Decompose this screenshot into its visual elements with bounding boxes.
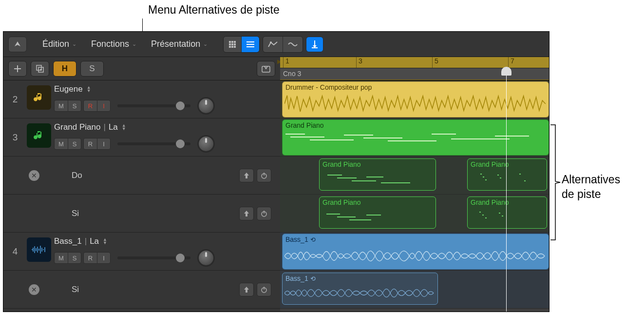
region-drummer[interactable]: Drummer - Compositeur pop (282, 81, 549, 118)
toolbar: Édition ⌄ Fonctions ⌄ Présentation ⌄ (3, 32, 549, 57)
edit-menu[interactable]: Édition ⌄ (37, 37, 82, 52)
input-monitor-button[interactable]: I (97, 100, 111, 112)
loop-icon: ⟲ (310, 236, 316, 243)
edit-menu-label: Édition (42, 39, 69, 49)
record-enable-button[interactable]: R (83, 252, 97, 264)
track-separator: | (103, 122, 105, 132)
snap-icon (311, 40, 318, 49)
svg-rect-3 (229, 43, 231, 45)
region-piano-alt[interactable]: Grand Piano (319, 158, 436, 191)
playhead-handle[interactable] (501, 67, 511, 76)
add-track-button[interactable] (8, 61, 27, 77)
chevron-down-icon: ⌄ (72, 41, 76, 47)
record-enable-button[interactable]: R (83, 138, 97, 150)
track-icon-instrument[interactable] (27, 123, 51, 148)
svg-rect-6 (229, 46, 231, 48)
track-alternatives-menu-icon[interactable]: ▲▼ (122, 124, 126, 131)
solo-button[interactable]: S (68, 138, 81, 150)
grid-icon (228, 40, 236, 48)
automation-button[interactable] (263, 37, 283, 52)
region-waveform (284, 245, 547, 267)
playhead[interactable] (506, 68, 507, 312)
view-menu[interactable]: Présentation ⌄ (145, 37, 213, 52)
region-bass-main[interactable]: Bass_1⟲ (282, 234, 549, 270)
region-label: Grand Piano (322, 198, 433, 206)
svg-rect-11 (246, 46, 254, 47)
duplicate-track-button[interactable] (31, 61, 49, 77)
track-alternative-row[interactable]: Si (3, 195, 280, 233)
track-header-4[interactable]: 4 Bass_1 | La ▲▼ M (3, 233, 280, 271)
promote-alternative-button[interactable] (239, 169, 254, 182)
track-name: Grand Piano (54, 122, 100, 132)
global-tracks-button[interactable] (257, 61, 275, 77)
power-icon (261, 286, 267, 293)
app-window: Édition ⌄ Fonctions ⌄ Présentation ⌄ (3, 31, 549, 312)
power-alternative-button[interactable] (257, 283, 271, 296)
track-alternatives-menu-icon[interactable]: ▲▼ (87, 86, 91, 93)
power-alternative-button[interactable] (257, 169, 271, 182)
snap-button[interactable] (306, 37, 323, 52)
pan-knob[interactable] (197, 135, 215, 153)
power-alternative-button[interactable] (257, 207, 271, 220)
record-enable-button[interactable]: R (83, 100, 97, 112)
track-alternative-row[interactable]: ✕ Si (3, 271, 280, 309)
volume-slider[interactable] (117, 142, 190, 145)
list-icon (246, 40, 254, 48)
mute-button[interactable]: M (54, 252, 68, 264)
track-name: Eugene (54, 84, 83, 94)
track-header-bar: H S ▶ 1 3 5 7 Cno 3 (3, 57, 549, 80)
promote-alternative-button[interactable] (239, 283, 254, 296)
region-label: Bass_1⟲ (285, 275, 435, 282)
view-menu-label: Présentation (151, 39, 200, 49)
track-icon-audio[interactable] (27, 237, 51, 262)
input-monitor-button[interactable]: I (97, 252, 111, 264)
track-name-row[interactable]: Eugene ▲▼ (54, 84, 280, 94)
callout-bracket (549, 124, 561, 241)
track-alternative-current: La (109, 122, 118, 132)
close-alternative-button[interactable]: ✕ (29, 170, 39, 181)
track-alternative-row[interactable]: ✕ Do (3, 157, 280, 195)
solo-button[interactable]: S (68, 100, 81, 112)
list-view-button[interactable] (242, 37, 259, 52)
track-name-row[interactable]: Bass_1 | La ▲▼ (54, 236, 280, 246)
region-label: Grand Piano (322, 160, 433, 168)
track-header-3[interactable]: 3 Grand Piano | La ▲▼ M S (3, 118, 280, 157)
promote-alternative-button[interactable] (239, 207, 254, 220)
region-piano-main[interactable]: Grand Piano (282, 119, 549, 156)
arrangement-area[interactable]: Drummer - Compositeur pop Grand Piano (280, 80, 549, 312)
input-monitor-button[interactable]: I (97, 138, 111, 150)
functions-menu[interactable]: Fonctions ⌄ (85, 37, 142, 52)
track-number: 3 (3, 118, 27, 156)
track-alternatives-menu-icon[interactable]: ▲▼ (103, 238, 107, 245)
svg-rect-2 (234, 41, 236, 43)
region-piano-alt[interactable]: Grand Piano (467, 158, 547, 191)
power-icon (261, 210, 267, 217)
alternative-name: Si (51, 209, 239, 218)
region-bass-alt[interactable]: Bass_1⟲ (282, 273, 438, 305)
solo-global-button[interactable]: S (80, 61, 104, 77)
region-piano-alt[interactable]: Grand Piano (319, 196, 436, 229)
track-icon-drummer[interactable] (27, 85, 51, 110)
catch-playhead-button[interactable] (8, 37, 27, 52)
track-name-row[interactable]: Grand Piano | La ▲▼ (54, 122, 280, 132)
pan-knob[interactable] (197, 249, 215, 267)
solo-button[interactable]: S (68, 252, 81, 264)
waveform-icon (31, 245, 47, 255)
region-midi (322, 208, 433, 225)
volume-slider[interactable] (117, 104, 190, 107)
track-header-2[interactable]: 2 Eugene ▲▼ M S R (3, 80, 280, 118)
ruler-marker-label: Cno 3 (283, 70, 301, 78)
pan-knob[interactable] (197, 97, 215, 115)
arrow-up-icon (244, 210, 249, 217)
mute-button[interactable]: M (54, 100, 68, 112)
flex-button[interactable] (283, 37, 303, 52)
mute-button[interactable]: M (54, 138, 68, 150)
hide-tracks-button[interactable]: H (53, 61, 76, 77)
grid-view-button[interactable] (224, 37, 242, 52)
chevron-down-icon: ⌄ (132, 41, 136, 47)
ruler[interactable]: ▶ 1 3 5 7 Cno 3 (280, 57, 549, 80)
region-piano-alt[interactable]: Grand Piano (467, 196, 547, 229)
volume-slider[interactable] (117, 256, 190, 259)
music-note-icon (33, 91, 45, 104)
close-alternative-button[interactable]: ✕ (29, 284, 39, 295)
